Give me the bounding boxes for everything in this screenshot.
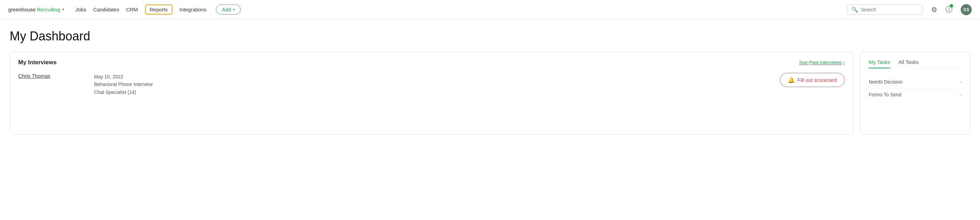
nav-item-jobs[interactable]: Jobs [75,6,86,13]
logo[interactable]: greenhouse Recruiting ▾ [8,6,64,13]
reports-nav-link[interactable]: Reports [145,5,173,14]
candidate-name-link[interactable]: Chris Thomas [18,73,94,79]
avatar[interactable]: GS [961,4,972,15]
logo-greenhouse-text: greenhouse [8,6,35,13]
tab-all-tasks[interactable]: All Tasks [898,59,919,68]
tab-my-tasks[interactable]: My Tasks [869,59,890,68]
search-icon: 🔍 [851,6,858,13]
add-button-label: Add [222,6,231,13]
logo-chevron-icon: ▾ [62,7,64,12]
logo-recruiting-text: Recruiting [37,6,60,13]
fill-scorecard-label: Fill out scorecard [797,77,837,83]
interview-details: May 10, 2022 Behavioral Phone Interview … [94,73,780,96]
interview-role: Chat Specialist (14) [94,88,780,96]
search-box[interactable]: 🔍 [847,5,923,15]
task-row-forms-to-send: Forms To Send - [869,88,962,101]
needs-decision-label: Needs Decision [869,79,902,85]
nav-item-integrations[interactable]: Integrations [180,6,206,13]
interview-type: Behavioral Phone Interview [94,80,780,88]
forms-to-send-label: Forms To Send [869,92,902,97]
navbar: greenhouse Recruiting ▾ Jobs Candidates … [0,0,980,19]
interview-action: 🔔 Fill out scorecard [780,73,845,87]
tasks-panel: My Tasks All Tasks Needs Decision - Form… [860,52,970,135]
interview-row: Chris Thomas May 10, 2022 Behavioral Pho… [18,73,845,96]
add-chevron-icon: ▾ [233,8,235,11]
see-past-chevron-icon: › [843,60,845,65]
interview-date: May 10, 2022 [94,73,780,80]
interviews-panel-title: My Interviews [18,59,57,66]
nav-item-crm[interactable]: CRM [126,6,138,13]
interviews-header: My Interviews See Past Interviews › [18,59,845,66]
gear-icon: ⚙ [931,6,937,13]
bell-icon: 🔔 [788,77,795,83]
forms-to-send-value: - [960,92,962,97]
page-content: My Dashboard My Interviews See Past Inte… [0,19,980,135]
help-button[interactable]: ⓘ [945,5,953,14]
nav-item-candidates[interactable]: Candidates [93,6,119,13]
see-past-interviews-link[interactable]: See Past Interviews › [799,60,845,65]
settings-button[interactable]: ⚙ [931,5,937,14]
nav-links: Jobs Candidates CRM Reports Integrations [75,6,207,13]
notification-badge [950,4,953,8]
add-button[interactable]: Add ▾ [216,5,241,14]
search-input[interactable] [861,7,918,13]
see-past-interviews-label: See Past Interviews [799,60,842,65]
nav-item-reports[interactable]: Reports [145,6,173,13]
task-row-needs-decision: Needs Decision - [869,75,962,88]
page-title: My Dashboard [10,29,970,43]
tasks-tabs: My Tasks All Tasks [869,59,962,69]
interviews-panel: My Interviews See Past Interviews › Chri… [10,52,853,135]
avatar-initials: GS [963,7,969,12]
dashboard-layout: My Interviews See Past Interviews › Chri… [10,52,970,135]
fill-scorecard-button[interactable]: 🔔 Fill out scorecard [780,73,845,87]
needs-decision-value: - [960,79,962,85]
